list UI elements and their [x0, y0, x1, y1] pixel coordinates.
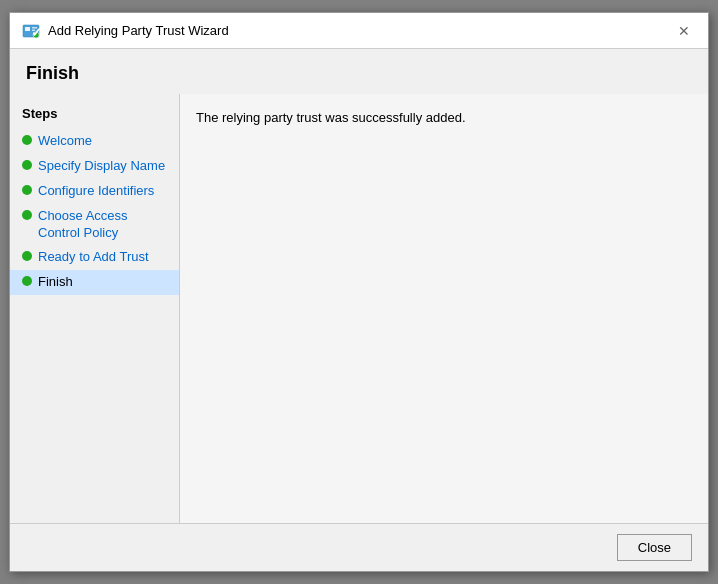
step-dot-ready-to-add-trust — [22, 251, 32, 261]
window-close-button[interactable]: ✕ — [672, 19, 696, 43]
title-text: Add Relying Party Trust Wizard — [48, 23, 229, 38]
svg-rect-1 — [25, 27, 30, 31]
sidebar: Steps WelcomeSpecify Display NameConfigu… — [10, 94, 180, 523]
sidebar-item-choose-access-control-policy[interactable]: Choose Access Control Policy — [10, 204, 179, 246]
step-label-finish: Finish — [38, 274, 73, 291]
step-dot-configure-identifiers — [22, 185, 32, 195]
step-dot-finish — [22, 276, 32, 286]
sidebar-header: Steps — [10, 102, 179, 129]
success-message: The relying party trust was successfully… — [196, 110, 692, 125]
step-label-ready-to-add-trust: Ready to Add Trust — [38, 249, 149, 266]
sidebar-item-specify-display-name[interactable]: Specify Display Name — [10, 154, 179, 179]
sidebar-item-configure-identifiers[interactable]: Configure Identifiers — [10, 179, 179, 204]
step-label-specify-display-name: Specify Display Name — [38, 158, 165, 175]
main-content: The relying party trust was successfully… — [180, 94, 708, 523]
title-bar-left: ✓ Add Relying Party Trust Wizard — [22, 22, 229, 40]
sidebar-item-ready-to-add-trust[interactable]: Ready to Add Trust — [10, 245, 179, 270]
close-button[interactable]: Close — [617, 534, 692, 561]
step-label-configure-identifiers: Configure Identifiers — [38, 183, 154, 200]
wizard-window: ✓ Add Relying Party Trust Wizard ✕ Finis… — [9, 12, 709, 572]
step-dot-choose-access-control-policy — [22, 210, 32, 220]
wizard-icon: ✓ — [22, 22, 40, 40]
sidebar-item-welcome[interactable]: Welcome — [10, 129, 179, 154]
content-area: Steps WelcomeSpecify Display NameConfigu… — [10, 94, 708, 523]
sidebar-item-finish[interactable]: Finish — [10, 270, 179, 295]
page-title: Finish — [10, 49, 708, 94]
svg-text:✓: ✓ — [31, 25, 41, 40]
step-label-welcome: Welcome — [38, 133, 92, 150]
step-dot-welcome — [22, 135, 32, 145]
title-bar: ✓ Add Relying Party Trust Wizard ✕ — [10, 13, 708, 49]
footer: Close — [10, 523, 708, 571]
step-dot-specify-display-name — [22, 160, 32, 170]
step-label-choose-access-control-policy: Choose Access Control Policy — [38, 208, 167, 242]
